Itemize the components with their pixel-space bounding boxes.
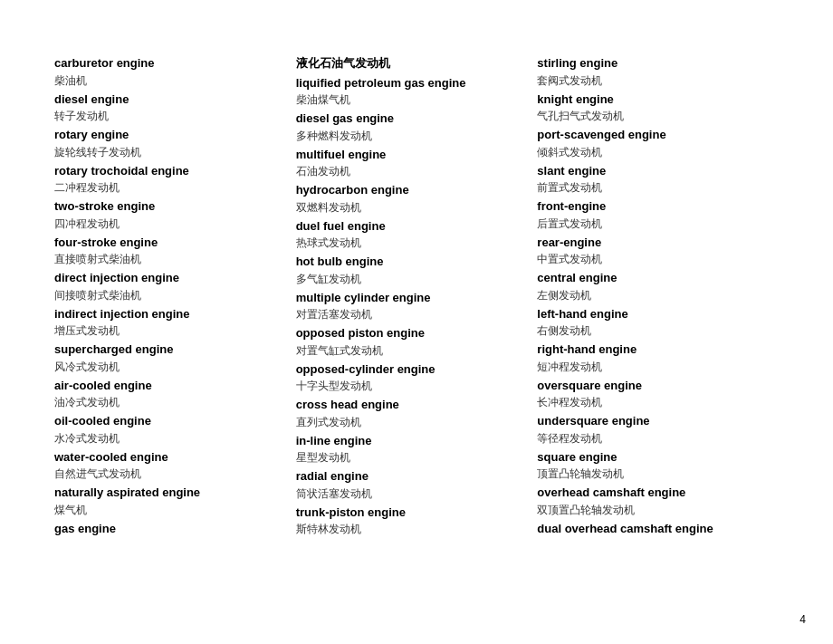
chinese-term: 多气缸发动机 — [296, 271, 538, 287]
english-term: overhead camshaft engine — [537, 484, 779, 502]
chinese-term: 二冲程发动机 — [54, 179, 296, 196]
chinese-term: 双顶置凸轮轴发动机 — [537, 502, 779, 518]
english-term: direct injection engine — [54, 269, 296, 287]
list-item: front-engine后置式发动机 — [537, 197, 779, 232]
chinese-term: 前置式发动机 — [537, 179, 779, 196]
chinese-term: 柴油机 — [54, 72, 296, 89]
chinese-term: 自然进气式发动机 — [54, 466, 296, 482]
list-item: hot bulb engine多气缸发动机 — [296, 253, 538, 287]
list-item: oversquare engine长冲程发动机 — [537, 377, 779, 411]
list-item: port-scavenged engine倾斜式发动机 — [537, 126, 779, 160]
english-term: rotary trochoidal engine — [54, 162, 296, 180]
list-item: 液化石油气发动机 — [296, 54, 538, 72]
list-item: in-line engine星型发动机 — [296, 432, 538, 466]
english-term: right-hand engine — [537, 341, 779, 359]
list-item: four-stroke engine直接喷射式柴油机 — [54, 234, 296, 268]
english-term: naturally aspirated engine — [54, 484, 296, 502]
list-item: naturally aspirated engine煤气机 — [54, 484, 296, 518]
chinese-term: 套阀式发动机 — [537, 72, 779, 89]
english-term: opposed piston engine — [296, 324, 538, 342]
chinese-term: 风冷式发动机 — [54, 359, 296, 375]
list-item: rotary trochoidal engine二冲程发动机 — [54, 162, 296, 197]
list-item: hydrocarbon engine双燃料发动机 — [296, 181, 538, 216]
list-item: radial engine筒状活塞发动机 — [296, 467, 538, 502]
chinese-term: 间接喷射式柴油机 — [54, 287, 296, 303]
chinese-term: 星型发动机 — [296, 449, 538, 466]
chinese-term: 煤气机 — [54, 502, 296, 518]
list-item: two-stroke engine四冲程发动机 — [54, 197, 296, 232]
english-term: in-line engine — [296, 432, 538, 450]
english-term: stirling engine — [537, 54, 779, 72]
chinese-term: 顶置凸轮轴发动机 — [537, 466, 779, 482]
list-item: slant engine前置式发动机 — [537, 162, 779, 197]
english-term: gas engine — [54, 520, 296, 538]
page-number: 4 — [799, 613, 806, 626]
chinese-term: 筒状活塞发动机 — [296, 485, 538, 502]
chinese-term: 中置式发动机 — [537, 251, 779, 267]
english-term: dual overhead camshaft engine — [537, 520, 779, 538]
english-term: port-scavenged engine — [537, 126, 779, 144]
english-term: undersquare engine — [537, 412, 779, 430]
english-term: carburetor engine — [54, 54, 296, 72]
english-term: hot bulb engine — [296, 253, 538, 271]
page-content: carburetor engine柴油机diesel engine转子发动机ro… — [0, 0, 833, 575]
chinese-term: 气孔扫气式发动机 — [537, 108, 779, 124]
list-item: carburetor engine柴油机 — [54, 54, 296, 89]
english-term: left-hand engine — [537, 305, 779, 323]
english-term: front-engine — [537, 197, 779, 216]
chinese-term: 双燃料发动机 — [296, 199, 538, 216]
chinese-term: 柴油煤气机 — [296, 91, 538, 108]
list-item: gas engine — [54, 520, 296, 538]
english-term: liquified petroleum gas engine — [296, 74, 538, 92]
english-term: hydrocarbon engine — [296, 181, 538, 199]
english-term: oil-cooled engine — [54, 412, 296, 430]
list-item: oil-cooled engine水冷式发动机 — [54, 412, 296, 447]
chinese-term: 油冷式发动机 — [54, 394, 296, 410]
chinese-term: 四冲程发动机 — [54, 216, 296, 232]
chinese-term: 直接喷射式柴油机 — [54, 251, 296, 267]
english-term: rotary engine — [54, 126, 296, 144]
list-item: diesel gas engine多种燃料发动机 — [296, 110, 538, 144]
chinese-term: 左侧发动机 — [537, 287, 779, 303]
chinese-term: 右侧发动机 — [537, 322, 779, 339]
list-item: water-cooled engine自然进气式发动机 — [54, 448, 296, 483]
list-item: left-hand engine右侧发动机 — [537, 305, 779, 340]
english-term: cross head engine — [296, 396, 538, 414]
list-item: trunk-piston engine斯特林发动机 — [296, 504, 538, 538]
english-term: central engine — [537, 269, 779, 287]
chinese-term: 石油发动机 — [296, 163, 538, 179]
chinese-term: 增压式发动机 — [54, 322, 296, 339]
english-term: supercharged engine — [54, 341, 296, 359]
list-item: knight engine气孔扫气式发动机 — [537, 91, 779, 125]
list-item: indirect injection engine增压式发动机 — [54, 305, 296, 340]
list-item: liquified petroleum gas engine柴油煤气机 — [296, 74, 538, 109]
chinese-term: 多种燃料发动机 — [296, 128, 538, 144]
list-item: cross head engine直列式发动机 — [296, 396, 538, 430]
list-item: dual overhead camshaft engine — [537, 520, 779, 538]
list-item: central engine左侧发动机 — [537, 269, 779, 303]
list-item: supercharged engine风冷式发动机 — [54, 341, 296, 375]
english-term: diesel engine — [54, 91, 296, 109]
chinese-term: 长冲程发动机 — [537, 394, 779, 410]
english-term: square engine — [537, 448, 779, 466]
chinese-term: 十字头型发动机 — [296, 378, 538, 394]
chinese-term: 等径程发动机 — [537, 430, 779, 447]
chinese-term: 倾斜式发动机 — [537, 144, 779, 160]
english-term: rear-engine — [537, 234, 779, 252]
english-term: duel fuel engine — [296, 217, 538, 235]
list-item: multifuel engine石油发动机 — [296, 146, 538, 180]
column-2: 液化石油气发动机liquified petroleum gas engine柴油… — [296, 54, 538, 539]
list-item: opposed-cylinder engine十字头型发动机 — [296, 360, 538, 395]
chinese-term: 水冷式发动机 — [54, 430, 296, 447]
english-term: two-stroke engine — [54, 197, 296, 216]
chinese-term: 热球式发动机 — [296, 235, 538, 251]
chinese-term: 直列式发动机 — [296, 414, 538, 430]
list-item: opposed piston engine对置气缸式发动机 — [296, 324, 538, 359]
chinese-term: 对置活塞发动机 — [296, 306, 538, 322]
list-item: multiple cylinder engine对置活塞发动机 — [296, 289, 538, 323]
list-item: rotary engine旋轮线转子发动机 — [54, 126, 296, 160]
english-term: radial engine — [296, 467, 538, 485]
english-term: oversquare engine — [537, 377, 779, 395]
list-item: rear-engine中置式发动机 — [537, 234, 779, 268]
chinese-term: 转子发动机 — [54, 108, 296, 124]
